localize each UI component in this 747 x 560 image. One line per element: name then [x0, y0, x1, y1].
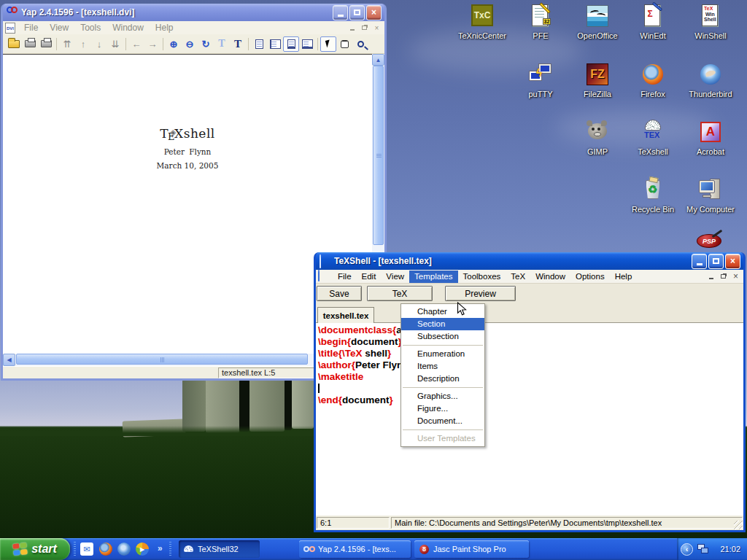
- forward-icon[interactable]: →: [144, 36, 160, 52]
- mdi-close-icon[interactable]: ×: [730, 272, 741, 281]
- templates-menu-item-figure-[interactable]: Figure...: [401, 402, 484, 415]
- scroll-thumb[interactable]: [16, 354, 308, 365]
- menu-item-tex[interactable]: TeX: [506, 271, 530, 283]
- view-continuous-icon[interactable]: [283, 36, 299, 52]
- minimize-button[interactable]: [333, 5, 348, 20]
- toolbar-separator: [56, 38, 57, 50]
- quick-launch-media-player-icon[interactable]: ▶: [136, 542, 149, 556]
- texshell-doc-icon: [318, 271, 330, 282]
- print-setup-icon[interactable]: [38, 36, 54, 52]
- menu-item-options[interactable]: Options: [570, 271, 610, 283]
- prev-page-icon[interactable]: ↑: [75, 36, 91, 52]
- mdi-close-icon[interactable]: ×: [371, 23, 382, 33]
- scroll-thumb[interactable]: [373, 66, 384, 245]
- desktop-icon-acrobat[interactable]: AAcrobat: [678, 120, 743, 158]
- quick-launch-thunderbird-icon[interactable]: [117, 542, 131, 556]
- taskbar-button-texshell32[interactable]: TeXShell32: [179, 540, 260, 558]
- taskbar-button-yap-2-4-1596-texs[interactable]: Yap 2.4.1596 - [texs...: [299, 540, 411, 558]
- zoom-in-icon[interactable]: ⊕: [166, 36, 182, 52]
- text-tool-icon[interactable]: T: [230, 36, 246, 52]
- open-icon[interactable]: [6, 36, 22, 52]
- menu-item-help[interactable]: Help: [150, 22, 179, 34]
- menu-item-view[interactable]: View: [381, 271, 409, 283]
- editor-line: \title{\TeX shell}: [318, 348, 743, 359]
- overflow-chevron-icon[interactable]: »: [158, 543, 163, 553]
- close-button[interactable]: ×: [366, 5, 382, 20]
- yap-titlebar[interactable]: Yap 2.4.1596 - [texshell.dvi] ×: [3, 4, 384, 21]
- maximize-button[interactable]: [349, 5, 365, 20]
- desktop-icon-pfe[interactable]: 32PFE: [508, 4, 573, 42]
- menu-item-window[interactable]: Window: [107, 22, 150, 34]
- zoom-out-icon[interactable]: ⊖: [182, 36, 198, 52]
- templates-menu-item-enumeration[interactable]: Enumeration: [401, 348, 484, 360]
- tray-collapse-icon[interactable]: ‹: [681, 543, 693, 556]
- tex-button[interactable]: TeX: [367, 286, 433, 301]
- yap-icon: [303, 544, 314, 555]
- templates-menu-item-subsection[interactable]: Subsection: [401, 330, 484, 343]
- quick-launch-outlook-express-icon[interactable]: ✉: [80, 542, 93, 556]
- desktop-icon-texshell[interactable]: TEXTeXshell: [620, 120, 686, 158]
- maximize-button[interactable]: [708, 254, 724, 269]
- preview-button[interactable]: Preview: [445, 286, 516, 301]
- select-tool-icon[interactable]: [320, 36, 336, 52]
- desktop-icon-texniccenter[interactable]: TxCTeXnicCenter: [449, 4, 515, 42]
- menu-item-tools[interactable]: Tools: [74, 22, 107, 34]
- menu-item-view[interactable]: View: [44, 22, 74, 34]
- close-button[interactable]: ×: [725, 254, 740, 269]
- save-button[interactable]: Save: [317, 286, 362, 301]
- view-facing-icon[interactable]: [267, 36, 283, 52]
- print-icon[interactable]: [22, 36, 38, 52]
- refresh-icon[interactable]: ↻: [198, 36, 214, 52]
- mdi-minimize-icon[interactable]: [705, 272, 716, 281]
- status-panel: [3, 367, 218, 378]
- menu-item-toolboxes[interactable]: Toolboxes: [458, 271, 506, 283]
- desktop-icon-winshell[interactable]: TeXWinShellWinShell: [678, 4, 743, 42]
- templates-menu-item-items[interactable]: Items: [401, 360, 484, 373]
- tab-texshell-tex[interactable]: texshell.tex: [317, 307, 374, 323]
- winshell-icon: TeXWinShell: [698, 4, 723, 28]
- desktop-icon-thunderbird[interactable]: Thunderbird: [678, 62, 743, 100]
- mdi-restore-icon[interactable]: [359, 23, 370, 33]
- last-page-icon[interactable]: ⇊: [107, 36, 123, 52]
- menu-item-file[interactable]: File: [333, 271, 357, 283]
- clock[interactable]: 21:02: [720, 545, 747, 553]
- texshell-titlebar[interactable]: TeXShell - [texshell.tex] ×: [316, 252, 743, 270]
- templates-menu-item-document-[interactable]: Document...: [401, 415, 484, 427]
- minimize-button[interactable]: [692, 254, 707, 269]
- ruler-tool-icon[interactable]: T: [214, 36, 230, 52]
- desktop-icon-label: Thunderbird: [687, 90, 733, 98]
- start-button[interactable]: start: [0, 538, 70, 560]
- templates-menu-item-description[interactable]: Description: [401, 373, 484, 385]
- menu-item-templates[interactable]: Templates: [409, 271, 457, 283]
- desktop-icon-recycle-bin[interactable]: ♻Recycle Bin: [620, 177, 686, 215]
- menu-item-edit[interactable]: Edit: [357, 271, 382, 283]
- templates-menu-item-graphics-[interactable]: Graphics...: [401, 390, 484, 402]
- desktop-icon-putty[interactable]: ϟpuTTY: [508, 62, 573, 100]
- menu-item-file[interactable]: File: [18, 22, 44, 34]
- quick-launch-firefox-icon[interactable]: [99, 542, 112, 556]
- resize-grip[interactable]: [734, 521, 743, 529]
- desktop-icon-my-computer[interactable]: My Computer: [678, 177, 743, 215]
- mdi-restore-icon[interactable]: [718, 272, 729, 281]
- templates-menu-item-chapter[interactable]: Chapter: [401, 306, 484, 318]
- hand-tool-icon[interactable]: [336, 36, 352, 52]
- view-continuous-facing-icon[interactable]: [299, 36, 315, 52]
- network-icon[interactable]: [697, 544, 709, 554]
- view-single-icon[interactable]: [251, 36, 267, 52]
- next-page-icon[interactable]: ↓: [91, 36, 107, 52]
- back-icon[interactable]: ←: [128, 36, 144, 52]
- desktop-icon-winedt[interactable]: ΣWinEdt: [620, 4, 686, 42]
- desktop-icon-paint-shop-pro[interactable]: PSP: [697, 234, 723, 253]
- dvi-date: March 10, 2005: [3, 161, 372, 170]
- mdi-minimize-icon[interactable]: [347, 23, 357, 33]
- menu-item-help[interactable]: Help: [610, 271, 638, 283]
- taskbar-button-jasc-paint-shop-pro[interactable]: 8Jasc Paint Shop Pro: [414, 540, 529, 558]
- menu-item-window[interactable]: Window: [530, 271, 570, 283]
- first-page-icon[interactable]: ⇈: [59, 36, 75, 52]
- scroll-left-icon[interactable]: ◀: [3, 354, 15, 366]
- scroll-up-icon[interactable]: ▲: [372, 54, 384, 66]
- latex-editor[interactable]: \documentclass{article}\begin{document}\…: [316, 323, 743, 516]
- desktop-icon-firefox[interactable]: Firefox: [620, 62, 686, 100]
- templates-menu-item-section[interactable]: Section: [401, 318, 484, 330]
- magnifier-tool-icon[interactable]: [352, 36, 368, 52]
